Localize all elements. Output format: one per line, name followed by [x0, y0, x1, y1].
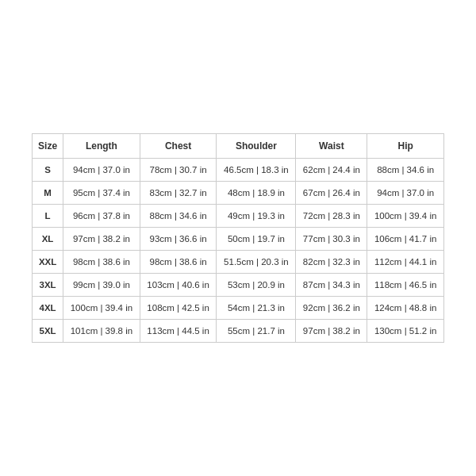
size-cell: XL: [33, 228, 63, 251]
table-row: 5XL101cm | 39.8 in113cm | 44.5 in55cm | …: [33, 320, 444, 343]
measurement-cell: 88cm | 34.6 in: [367, 159, 444, 182]
measurement-cell: 94cm | 37.0 in: [63, 159, 140, 182]
measurement-cell: 94cm | 37.0 in: [367, 182, 444, 205]
measurement-cell: 108cm | 42.5 in: [140, 297, 217, 320]
measurement-cell: 77cm | 30.3 in: [296, 228, 367, 251]
measurement-cell: 92cm | 36.2 in: [296, 297, 367, 320]
measurement-cell: 48cm | 18.9 in: [217, 182, 296, 205]
column-header: Hip: [367, 134, 444, 159]
measurement-cell: 95cm | 37.4 in: [63, 182, 140, 205]
table-row: L96cm | 37.8 in88cm | 34.6 in49cm | 19.3…: [33, 205, 444, 228]
size-chart-wrapper: SizeLengthChestShoulderWaistHip S94cm | …: [32, 133, 444, 343]
measurement-cell: 118cm | 46.5 in: [367, 274, 444, 297]
measurement-cell: 100cm | 39.4 in: [63, 297, 140, 320]
table-row: XXL98cm | 38.6 in98cm | 38.6 in51.5cm | …: [33, 251, 444, 274]
measurement-cell: 78cm | 30.7 in: [140, 159, 217, 182]
column-header: Length: [63, 134, 140, 159]
measurement-cell: 62cm | 24.4 in: [296, 159, 367, 182]
size-cell: XXL: [33, 251, 63, 274]
size-cell: 5XL: [33, 320, 63, 343]
measurement-cell: 82cm | 32.3 in: [296, 251, 367, 274]
measurement-cell: 51.5cm | 20.3 in: [217, 251, 296, 274]
column-header: Chest: [140, 134, 217, 159]
measurement-cell: 98cm | 38.6 in: [140, 251, 217, 274]
measurement-cell: 124cm | 48.8 in: [367, 297, 444, 320]
measurement-cell: 88cm | 34.6 in: [140, 205, 217, 228]
measurement-cell: 100cm | 39.4 in: [367, 205, 444, 228]
measurement-cell: 112cm | 44.1 in: [367, 251, 444, 274]
column-header: Waist: [296, 134, 367, 159]
measurement-cell: 97cm | 38.2 in: [296, 320, 367, 343]
measurement-cell: 101cm | 39.8 in: [63, 320, 140, 343]
measurement-cell: 103cm | 40.6 in: [140, 274, 217, 297]
measurement-cell: 99cm | 39.0 in: [63, 274, 140, 297]
size-cell: L: [33, 205, 63, 228]
measurement-cell: 130cm | 51.2 in: [367, 320, 444, 343]
measurement-cell: 97cm | 38.2 in: [63, 228, 140, 251]
measurement-cell: 67cm | 26.4 in: [296, 182, 367, 205]
size-cell: M: [33, 182, 63, 205]
measurement-cell: 96cm | 37.8 in: [63, 205, 140, 228]
measurement-cell: 93cm | 36.6 in: [140, 228, 217, 251]
measurement-cell: 87cm | 34.3 in: [296, 274, 367, 297]
measurement-cell: 72cm | 28.3 in: [296, 205, 367, 228]
measurement-cell: 50cm | 19.7 in: [217, 228, 296, 251]
column-header: Size: [33, 134, 63, 159]
measurement-cell: 113cm | 44.5 in: [140, 320, 217, 343]
table-row: M95cm | 37.4 in83cm | 32.7 in48cm | 18.9…: [33, 182, 444, 205]
measurement-cell: 53cm | 20.9 in: [217, 274, 296, 297]
measurement-cell: 55cm | 21.7 in: [217, 320, 296, 343]
size-chart-table: SizeLengthChestShoulderWaistHip S94cm | …: [32, 133, 444, 343]
table-row: S94cm | 37.0 in78cm | 30.7 in46.5cm | 18…: [33, 159, 444, 182]
size-cell: 3XL: [33, 274, 63, 297]
measurement-cell: 98cm | 38.6 in: [63, 251, 140, 274]
measurement-cell: 83cm | 32.7 in: [140, 182, 217, 205]
measurement-cell: 49cm | 19.3 in: [217, 205, 296, 228]
measurement-cell: 54cm | 21.3 in: [217, 297, 296, 320]
table-row: XL97cm | 38.2 in93cm | 36.6 in50cm | 19.…: [33, 228, 444, 251]
measurement-cell: 106cm | 41.7 in: [367, 228, 444, 251]
size-cell: 4XL: [33, 297, 63, 320]
table-row: 4XL100cm | 39.4 in108cm | 42.5 in54cm | …: [33, 297, 444, 320]
column-header: Shoulder: [217, 134, 296, 159]
table-row: 3XL99cm | 39.0 in103cm | 40.6 in53cm | 2…: [33, 274, 444, 297]
size-cell: S: [33, 159, 63, 182]
measurement-cell: 46.5cm | 18.3 in: [217, 159, 296, 182]
